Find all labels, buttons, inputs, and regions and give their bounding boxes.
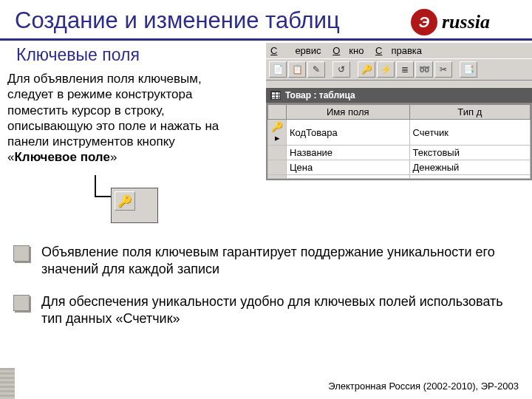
row-selector-key-icon[interactable]: 🔑▸	[268, 120, 287, 146]
table-icon	[270, 91, 281, 100]
brush-icon[interactable]: ✎	[307, 61, 325, 78]
paste-icon[interactable]: 📋	[288, 61, 306, 78]
key-field-button[interactable]: 🔑	[115, 191, 135, 211]
cell-datatype[interactable]	[409, 175, 530, 179]
table-row[interactable]: 🔑▸ КодТовара Счетчик	[268, 120, 531, 146]
table-row[interactable]: Название Текстовый	[268, 146, 531, 160]
rows-icon[interactable]: ≣	[396, 61, 414, 78]
arrow-icon	[95, 175, 96, 197]
list-item: Объявление поля ключевым гарантирует под…	[13, 244, 517, 277]
properties-icon[interactable]: 📑	[460, 61, 477, 78]
design-grid: Имя поля Тип д 🔑▸ КодТовара Счетчик Назв…	[266, 103, 532, 180]
menu-okno[interactable]: Окно	[332, 45, 364, 56]
subwindow-title-text: Товар : таблица	[285, 90, 355, 100]
arrow-icon	[95, 196, 111, 197]
wizard-icon[interactable]: ⚡	[377, 61, 395, 78]
row-selector[interactable]	[268, 175, 287, 179]
copy-icon[interactable]: 📄	[269, 61, 287, 78]
access-window: Сервис Окно Справка 📄 📋 ✎ ↺ 🔑 ⚡ ≣ ➿ ✂ 📑 …	[266, 43, 532, 180]
cell-fieldname[interactable]	[287, 175, 410, 179]
menubar[interactable]: Сервис Окно Справка	[266, 43, 532, 58]
logo-badge-icon	[411, 9, 437, 35]
cell-datatype[interactable]: Денежный	[409, 160, 530, 175]
menu-servis[interactable]: Сервис	[270, 45, 321, 56]
bullet-marker-icon	[13, 295, 30, 311]
header-datatype: Тип д	[409, 105, 530, 120]
menu-spravka[interactable]: Справка	[375, 45, 422, 56]
bullet-marker-icon	[13, 245, 30, 262]
table-row[interactable]: Цена Денежный	[268, 160, 531, 175]
key-icon[interactable]: 🔑	[358, 61, 375, 78]
footer-text: Электронная Россия (2002-2010), ЭР-2003	[328, 381, 519, 392]
bullet-text: Объявление поля ключевым гарантирует под…	[41, 244, 517, 277]
corner-cell	[268, 105, 287, 120]
key-button-popup: 🔑	[111, 188, 158, 223]
body-post: »	[110, 150, 117, 164]
cell-fieldname[interactable]: Цена	[287, 160, 410, 175]
brand-logo: russia	[411, 6, 529, 38]
cell-fieldname[interactable]: КодТовара	[287, 120, 410, 146]
list-item: Для обеспечения уникальности удобно для …	[13, 293, 517, 327]
decorative-band	[0, 368, 15, 399]
cell-datatype[interactable]: Текстовый	[409, 146, 530, 160]
logo-text: russia	[442, 11, 490, 33]
bullet-list: Объявление поля ключевым гарантирует под…	[13, 244, 517, 343]
cell-fieldname[interactable]: Название	[287, 146, 410, 160]
subwindow-titlebar: Товар : таблица	[266, 88, 532, 103]
row-selector[interactable]	[268, 146, 287, 160]
bullet-text: Для обеспечения уникальности удобно для …	[41, 293, 517, 327]
body-paragraph: Для объявления поля ключевым, следует в …	[0, 71, 229, 166]
body-bold: Ключевое поле	[14, 150, 109, 164]
cell-datatype[interactable]: Счетчик	[409, 120, 530, 146]
header-fieldname: Имя поля	[287, 105, 410, 120]
toolbar: 📄 📋 ✎ ↺ 🔑 ⚡ ≣ ➿ ✂ 📑	[266, 58, 532, 81]
delete-row-icon[interactable]: ✂	[434, 61, 452, 78]
table-row[interactable]	[268, 175, 531, 179]
undo-icon[interactable]: ↺	[332, 61, 350, 78]
insert-row-icon[interactable]: ➿	[415, 61, 433, 78]
row-selector[interactable]	[268, 160, 287, 175]
